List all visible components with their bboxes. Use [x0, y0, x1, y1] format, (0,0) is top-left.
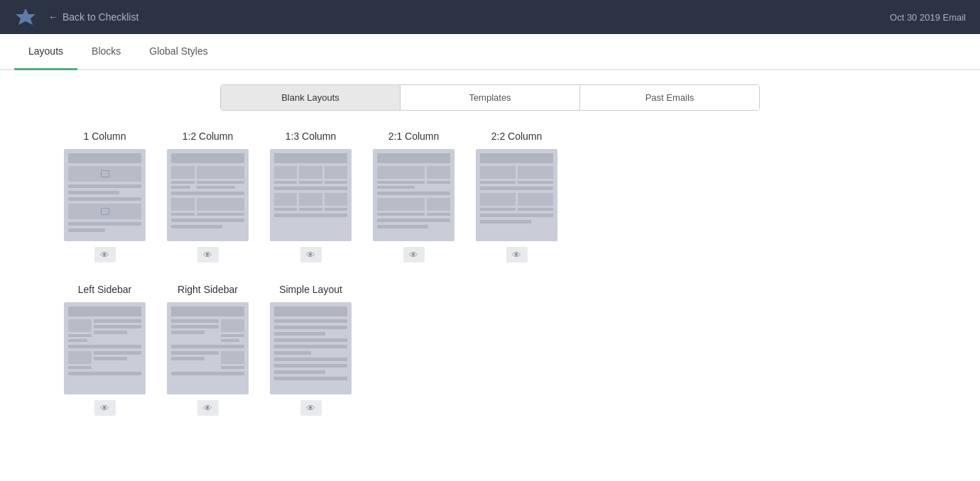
thumb-col-img: [377, 166, 425, 179]
thumb-col-img-6: [325, 193, 347, 206]
main-content: Blank Layouts Templates Past Emails 1 Co…: [0, 70, 980, 451]
thumb-col-sidebar-2: [68, 351, 92, 369]
preview-icon-1col[interactable]: 👁: [94, 247, 116, 262]
subtab-templates[interactable]: Templates: [401, 85, 580, 110]
layout-item-simple[interactable]: Simple Layout 👁: [270, 284, 352, 416]
subtab-past-emails[interactable]: Past Emails: [580, 85, 759, 110]
thumb-col-line: [377, 181, 425, 184]
layout-thumb-1col[interactable]: [64, 149, 146, 241]
thumb-line-4: [171, 351, 219, 355]
thumb-col-3: [480, 193, 516, 211]
thumb-line-short: [94, 331, 127, 334]
thumb-line: [68, 184, 141, 188]
thumb-col-line-2: [518, 181, 553, 184]
thumb-line-short: [171, 225, 222, 228]
thumb-col-line-3: [480, 208, 516, 211]
tab-global-styles[interactable]: Global Styles: [135, 34, 222, 70]
thumb-line: [480, 187, 553, 190]
layout-thumb-left-sidebar[interactable]: [64, 302, 146, 394]
thumb-cols: [171, 319, 244, 342]
thumb-col-line-3: [197, 213, 244, 216]
thumb-col-img-5: [299, 193, 322, 206]
thumb-col-line-5: [299, 208, 322, 211]
subtabs: Blank Layouts Templates Past Emails: [220, 84, 760, 111]
layout-item-22col[interactable]: 2:2 Column: [476, 131, 557, 262]
thumb-cols-2: [480, 193, 553, 211]
thumb-col-line-2: [171, 213, 195, 216]
layout-thumb-21col[interactable]: [373, 149, 454, 241]
thumb-col-left: [377, 166, 425, 189]
thumb-line-shorter: [68, 228, 105, 232]
thumb-col-img: [221, 319, 244, 332]
thumb-col-line: [197, 181, 244, 184]
thumb-col-1: [480, 166, 516, 184]
layout-row-1: 1 Column 👁: [64, 131, 916, 262]
preview-icon-right-sidebar[interactable]: 👁: [197, 400, 219, 416]
thumb-col-2: [518, 166, 553, 184]
layout-item-right-sidebar[interactable]: Right Sidebar: [167, 284, 249, 416]
thumb-line-7: [274, 377, 347, 380]
thumb-col-left-2: [377, 198, 425, 216]
preview-icon-22col[interactable]: 👁: [506, 247, 528, 262]
preview-icon-simple[interactable]: 👁: [300, 400, 322, 416]
layout-label-1col: 1 Column: [84, 131, 126, 142]
thumb-col-line-4: [518, 208, 553, 211]
thumb-line-short: [68, 191, 119, 194]
thumb-line-2: [274, 326, 347, 329]
preview-icon-21col[interactable]: 👁: [403, 247, 425, 262]
thumb-line-short-2: [94, 357, 127, 360]
layout-item-left-sidebar[interactable]: Left Sidebar: [64, 284, 146, 416]
layout-item-1col[interactable]: 1 Column 👁: [64, 131, 146, 262]
layout-thumb-simple[interactable]: [270, 302, 352, 394]
thumb-line: [171, 192, 244, 195]
thumb-line-shorter: [274, 351, 311, 355]
thumb-cols: [68, 319, 141, 342]
thumb-col-sidebar-2: [221, 351, 244, 369]
thumb-header: [274, 153, 347, 163]
layout-item-21col[interactable]: 2:1 Column: [373, 131, 454, 262]
eye-icon: 👁: [203, 250, 212, 260]
thumb-header: [377, 153, 450, 163]
thumb-col-4: [274, 193, 297, 211]
thumb-line: [68, 345, 141, 348]
thumb-col-img-2: [221, 351, 244, 364]
subtab-blank-layouts[interactable]: Blank Layouts: [221, 85, 401, 110]
topbar-date: Oct 30 2019 Email: [890, 12, 966, 23]
preview-icon-12col[interactable]: 👁: [197, 247, 219, 262]
layout-item-12col[interactable]: 1:2 Column: [167, 131, 249, 262]
layout-thumb-22col[interactable]: [476, 149, 557, 241]
thumb-col-line-short: [197, 186, 234, 189]
thumb-line: [274, 319, 347, 323]
layout-row-2: Left Sidebar: [64, 284, 916, 416]
thumb-line-short: [377, 225, 428, 228]
thumb-col-img-r: [427, 166, 450, 179]
thumb-col-4: [518, 193, 553, 211]
thumb-col-line: [274, 181, 297, 184]
layout-thumb-13col[interactable]: [270, 149, 352, 241]
tab-layouts[interactable]: Layouts: [14, 34, 77, 70]
thumb-col-6: [325, 193, 347, 211]
back-to-checklist-link[interactable]: ← Back to Checklist: [48, 11, 138, 23]
preview-icon-13col[interactable]: 👁: [300, 247, 322, 262]
thumb-line-3: [94, 351, 141, 355]
thumb-col-line-6: [325, 208, 347, 211]
tab-blocks[interactable]: Blocks: [77, 34, 135, 70]
layout-item-13col[interactable]: 1:3 Column: [270, 131, 352, 262]
layout-thumb-12col[interactable]: [167, 149, 249, 241]
thumb-col-line-r: [427, 181, 450, 184]
layout-thumb-right-sidebar[interactable]: [167, 302, 249, 394]
thumb-line-short: [171, 331, 205, 334]
thumb-line-short: [480, 220, 531, 223]
thumb-col-line: [171, 181, 195, 184]
thumb-col-line-2: [377, 213, 425, 216]
layout-label-right-sidebar: Right Sidebar: [178, 284, 238, 295]
thumb-line-2: [171, 325, 219, 328]
tabbar: Layouts Blocks Global Styles: [0, 34, 980, 70]
layout-label-simple: Simple Layout: [279, 284, 342, 295]
thumb-col-img-2: [518, 166, 553, 179]
thumb-cols-2: [377, 198, 450, 216]
preview-icon-left-sidebar[interactable]: 👁: [94, 400, 116, 416]
thumb-col-img: [171, 166, 195, 179]
thumb-col-line: [221, 334, 244, 337]
thumb-col-main: [171, 319, 219, 342]
